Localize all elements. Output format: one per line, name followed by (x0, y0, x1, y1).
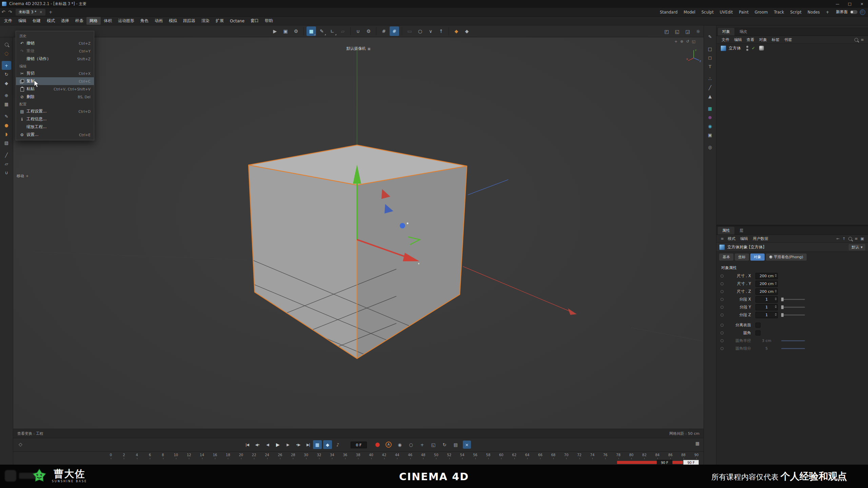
workplane-icon[interactable]: ∟ (328, 26, 337, 36)
layout-paint[interactable]: Paint (739, 10, 748, 15)
world-mode-icon[interactable]: ◉ (705, 122, 715, 130)
window-layout-2-icon[interactable]: ◱ (672, 27, 682, 36)
preview-range-bar[interactable] (617, 461, 683, 464)
animation-dot-icon[interactable] (721, 274, 724, 278)
texture-mode-icon[interactable]: T (705, 62, 715, 71)
live-selection-icon[interactable]: ◌ (2, 49, 11, 58)
object-manager-menu-1[interactable]: 编辑 (732, 37, 744, 42)
menubar-item-13[interactable]: 渲染 (198, 17, 213, 25)
magnifier-icon[interactable] (2, 40, 11, 49)
spinner-arrows[interactable] (775, 274, 777, 277)
plugin-gray-icon[interactable]: ◆ (462, 26, 472, 36)
magnet-icon[interactable]: ∪ (353, 26, 363, 36)
render-view-icon[interactable]: ▶ (270, 26, 280, 36)
record-position-icon[interactable]: + (418, 441, 426, 449)
menu-item-[interactable]: ↶撤销Ctrl+Z (16, 39, 94, 47)
menubar-item-12[interactable]: 跟踪器 (180, 17, 198, 25)
camera-menu-icon[interactable]: ▦ (368, 47, 371, 50)
attribute-manager-menu-2[interactable]: 用户数据 (750, 236, 771, 241)
value-field-Z[interactable]: 200 cm (755, 288, 778, 295)
animation-dot-icon[interactable] (721, 298, 724, 301)
plane-tool-icon[interactable]: ▱ (2, 159, 11, 168)
menubar-item-2[interactable]: 创建 (29, 17, 44, 25)
object-manager-tab-对象[interactable]: 对象 (718, 28, 734, 36)
attribute-manager-tab-层[interactable]: 层 (735, 227, 748, 235)
menubar-item-3[interactable]: 模式 (44, 17, 58, 25)
model-mode-icon[interactable]: □ (705, 44, 715, 53)
record-scale-icon[interactable]: ◱ (429, 441, 437, 449)
undo-icon[interactable]: ↶ (0, 9, 7, 15)
maximize-view-icon[interactable]: ◱ (692, 39, 695, 44)
animation-dot-icon[interactable] (721, 324, 724, 327)
value-field-Z[interactable]: 1 (755, 312, 778, 318)
menu-item-[interactable]: 撤销（动作）Shift+Z (16, 55, 94, 63)
render-picture-viewer-icon[interactable]: ▣ (281, 26, 290, 36)
point-mode-icon[interactable]: ∴ (705, 74, 715, 83)
checkbox-分离表面[interactable] (755, 323, 761, 328)
record-keyframe-icon[interactable] (373, 441, 381, 449)
next-key-button[interactable]: •▶ (293, 440, 303, 449)
section-tab-[interactable]: 对象 (750, 253, 765, 261)
record-pla-icon[interactable]: × (463, 441, 471, 449)
new-ui-toggle[interactable] (850, 10, 857, 14)
prev-key-button[interactable]: ◀• (253, 440, 262, 449)
menubar-item-17[interactable]: 帮助 (262, 17, 276, 25)
sphere-icon[interactable]: ○ (415, 26, 425, 36)
section-tab-Phong[interactable]: 平滑着色(Phong) (766, 253, 807, 261)
object-manager-menu-4[interactable]: 标签 (769, 37, 782, 42)
checkbox-圆角[interactable] (755, 330, 761, 336)
animation-dot-icon[interactable] (721, 339, 724, 342)
menubar-item-5[interactable]: 样条 (72, 17, 86, 25)
menubar-item-10[interactable]: 动画 (152, 17, 166, 25)
record-objects-icon[interactable]: ○ (407, 441, 415, 449)
window-layout-1-icon[interactable]: ◰ (662, 27, 671, 36)
preset-dropdown[interactable]: 默认 ▾ (849, 244, 865, 250)
menu-item-[interactable]: ▤工程设置...Ctrl+D (16, 107, 94, 115)
panel-menu-icon[interactable]: ≡ (859, 38, 865, 42)
spinner-arrows[interactable] (775, 282, 777, 285)
attribute-manager-tab-属性[interactable]: 属性 (718, 227, 734, 235)
edge-mode-icon[interactable]: ╱ (705, 83, 715, 92)
rotate-tool-icon[interactable]: ↻ (2, 70, 11, 79)
paint-tool-icon[interactable]: ◗ (2, 129, 11, 138)
slider-Z[interactable] (781, 314, 805, 316)
menubar-item-11[interactable]: 模拟 (166, 17, 180, 25)
menu-item-[interactable]: 缩放工程... (16, 123, 94, 131)
uv-mode-icon[interactable]: ▦ (705, 104, 715, 113)
layout-script[interactable]: Script (790, 10, 801, 15)
last-tool-icon[interactable]: ◆ (2, 79, 11, 87)
object-manager-menu-3[interactable]: 对象 (757, 37, 769, 42)
orbit-icon[interactable]: ↺ (686, 39, 689, 44)
axis-icon[interactable]: ↑ (436, 26, 446, 36)
object-manager-menu-2[interactable]: 查看 (744, 37, 757, 42)
layout-model[interactable]: Model (684, 10, 695, 15)
animation-dot-icon[interactable] (721, 282, 724, 285)
close-button[interactable]: × (856, 0, 868, 8)
menubar-item-16[interactable]: 窗口 (248, 17, 262, 25)
slider-X[interactable] (781, 299, 805, 300)
menubar-item-15[interactable]: Octane (227, 18, 248, 24)
camera-label-group[interactable]: 默认摄像机 ▦ (346, 46, 370, 51)
modeling-axis-icon[interactable]: ▦ (2, 100, 11, 108)
redo-icon[interactable]: ↷ (7, 9, 14, 15)
menubar-item-6[interactable]: 网格 (86, 17, 101, 25)
spinner-arrows[interactable] (775, 313, 777, 316)
capture-icon[interactable]: ◎ (705, 143, 715, 151)
add-layout-icon[interactable]: + (826, 10, 829, 15)
animation-dot-icon[interactable] (721, 313, 724, 317)
move-tool-icon[interactable]: + (2, 61, 11, 70)
menubar-item-0[interactable]: 文件 (1, 17, 15, 25)
value-field-X[interactable]: 1 (755, 296, 778, 303)
section-tab-[interactable]: 坐标 (735, 253, 749, 261)
plugin-orange-icon[interactable]: ◆ (452, 26, 461, 36)
autokey-icon[interactable]: A (384, 441, 393, 449)
prev-frame-button[interactable]: ◀ (263, 440, 272, 449)
record-parameter-icon[interactable]: ▤ (452, 441, 460, 449)
menu-item-[interactable]: ⊘删除BS, Del (16, 93, 94, 101)
sculpt-tool-icon[interactable]: ● (2, 121, 11, 129)
up-icon[interactable]: ↑ (841, 237, 847, 241)
render-settings-icon[interactable]: ⚙ (291, 26, 301, 36)
timeline-ruler[interactable]: 90 F 90 F 024681012141618202224262830323… (13, 451, 704, 465)
make-editable-icon[interactable]: ✎ (705, 32, 715, 41)
attribute-manager-menu-1[interactable]: 编辑 (738, 236, 750, 241)
